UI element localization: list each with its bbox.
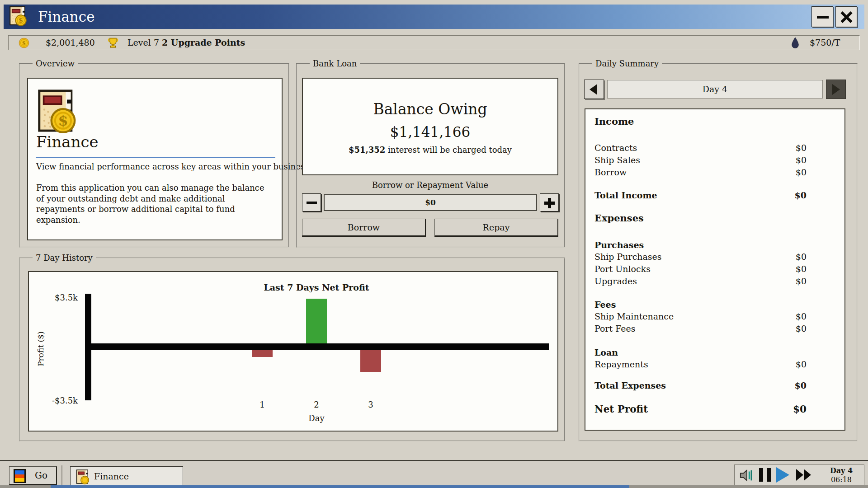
summary-value: $0: [796, 323, 807, 335]
summary-row-income: Income: [594, 116, 807, 127]
profit-chart: Last 7 Days Net Profit Profit ($) $3.5k …: [28, 271, 558, 432]
balance-owing-title: Balance Owing: [302, 100, 558, 118]
summary-value: $0: [796, 310, 807, 323]
summary-row-fees: Fees: [594, 299, 807, 310]
window-title: Finance: [38, 5, 95, 29]
repay-button[interactable]: Repay: [434, 219, 558, 237]
overview-heading: Finance: [36, 133, 99, 151]
summary-row-total-income: Total Income$0: [594, 189, 807, 201]
interest-amount: $51,352: [349, 145, 385, 155]
fast-forward-button[interactable]: [795, 468, 812, 483]
daily-summary-list: IncomeContracts$0Ship Sales$0Borrow$0Tot…: [585, 108, 845, 431]
summary-label: Net Profit: [594, 403, 648, 416]
upgrade-points-value: 2 Upgrade Points: [162, 36, 245, 50]
summary-row-ship-maintenance: Ship Maintenance$0: [594, 310, 807, 323]
balance-owing-value: $1,141,166: [302, 124, 558, 140]
summary-label: Expenses: [594, 212, 644, 224]
svg-text:$: $: [22, 40, 26, 47]
summary-value: $0: [795, 380, 807, 391]
summary-value: $0: [796, 275, 807, 287]
summary-row-purchases: Purchases: [594, 239, 807, 251]
next-day-button[interactable]: [826, 80, 846, 99]
summary-value: $0: [796, 166, 807, 178]
close-button[interactable]: [835, 6, 857, 27]
summary-row-net-profit: Net Profit$0: [594, 403, 807, 416]
finance-app-icon: $: [9, 5, 27, 28]
titlebar: $ Finance: [4, 5, 864, 29]
finance-window: $ Finance $ $2,001,480 Level 7 2: [0, 0, 868, 488]
chart-x-axis-label: Day: [303, 413, 330, 423]
summary-row-ship-sales: Ship Sales$0: [594, 154, 807, 166]
summary-row-total-expenses: Total Expenses$0: [594, 380, 807, 391]
decrease-value-button[interactable]: [302, 193, 321, 211]
overview-description-1: View financial performance across key ar…: [36, 162, 311, 171]
summary-label: Borrow: [594, 166, 627, 178]
level-trophy-icon: [107, 37, 119, 51]
history-legend: 7 Day History: [33, 253, 96, 263]
summary-row-contracts: Contracts$0: [594, 142, 807, 154]
summary-value: $0: [796, 251, 807, 263]
minus-icon: [307, 202, 317, 204]
summary-label: Income: [594, 116, 634, 127]
summary-label: Purchases: [594, 239, 644, 251]
overview-legend: Overview: [33, 59, 78, 68]
prev-day-icon: [590, 84, 597, 95]
summary-value: $0: [796, 142, 807, 154]
overview-description-2: From this application you can also manag…: [36, 183, 264, 225]
summary-row-loan: Loan: [594, 347, 807, 358]
summary-row-repayments: Repayments$0: [594, 358, 807, 371]
pause-icon: [759, 468, 763, 482]
go-flag-icon: [14, 469, 26, 483]
interest-note: $51,352 interest will be charged today: [302, 145, 558, 155]
summary-label: Port Fees: [594, 323, 636, 335]
go-menu-button[interactable]: Go: [9, 466, 57, 485]
daily-summary-legend: Daily Summary: [592, 59, 662, 68]
minimize-icon: [817, 16, 829, 19]
summary-row-port-fees: Port Fees$0: [594, 323, 807, 335]
stepper-label: Borrow or Repayment Value: [302, 180, 558, 190]
summary-label: Total Expenses: [594, 380, 666, 391]
summary-row-ship-purchases: Ship Purchases$0: [594, 251, 807, 263]
summary-label: Port Unlocks: [594, 263, 651, 275]
summary-label: Contracts: [594, 142, 637, 154]
summary-value: $0: [795, 189, 807, 201]
summary-row-upgrades: Upgrades$0: [594, 275, 807, 287]
summary-label: Ship Maintenance: [594, 310, 674, 323]
borrow-button[interactable]: Borrow: [302, 219, 426, 237]
svg-text:$: $: [19, 16, 23, 24]
finance-overview-icon: $: [36, 89, 78, 135]
summary-row-expenses: Expenses: [594, 212, 807, 224]
game-time: 06:18: [819, 475, 864, 484]
interest-text: interest will be charged today: [385, 145, 512, 155]
overview-divider: [36, 157, 275, 158]
summary-value: $0: [793, 403, 807, 416]
day-selector: Day 4: [607, 80, 823, 99]
summary-label: Fees: [594, 299, 616, 310]
pause-button[interactable]: [759, 468, 771, 482]
summary-value: $0: [796, 154, 807, 166]
summary-label: Ship Purchases: [594, 251, 662, 263]
bank-loan-legend: Bank Loan: [310, 59, 360, 68]
loan-amount-input[interactable]: $0: [324, 194, 537, 211]
increase-value-button[interactable]: [540, 193, 559, 211]
sound-icon[interactable]: [740, 469, 755, 484]
minimize-button[interactable]: [811, 6, 833, 27]
play-button[interactable]: [776, 467, 789, 483]
summary-label: Total Income: [594, 189, 657, 201]
summary-row-port-unlocks: Port Unlocks$0: [594, 263, 807, 275]
fuel-price-value: $750/T: [810, 36, 840, 50]
level-value: Level 7: [127, 36, 159, 50]
task-item-label: Finance: [94, 467, 129, 486]
previous-day-button[interactable]: [584, 80, 604, 99]
taskbar-item-finance[interactable]: Finance: [70, 466, 183, 486]
summary-value: $0: [796, 358, 807, 371]
game-clock: Day 4 06:18: [819, 466, 864, 484]
fuel-drop-icon: [791, 37, 800, 51]
svg-text:$: $: [58, 112, 68, 129]
taskbar: Go Finance: [0, 460, 868, 485]
summary-label: Loan: [594, 347, 618, 358]
x-tick-1: 1: [249, 400, 276, 409]
summary-row-borrow: Borrow$0: [594, 166, 807, 178]
money-coin-icon: $: [19, 38, 29, 50]
summary-value: $0: [796, 263, 807, 275]
